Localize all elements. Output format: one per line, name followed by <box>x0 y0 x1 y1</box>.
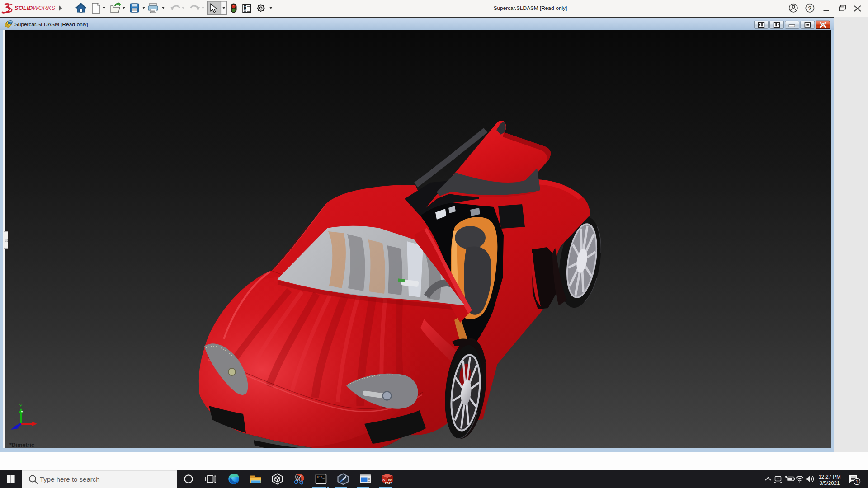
svg-text:*Dimetric: *Dimetric <box>9 442 34 448</box>
svg-text:2021: 2021 <box>385 481 393 485</box>
svg-text:Y: Y <box>19 403 23 408</box>
svg-text:Supercar.SLDASM [Read-only]: Supercar.SLDASM [Read-only] <box>14 21 88 28</box>
svg-text:C:\_: C:\_ <box>317 475 325 479</box>
svg-text:12:27 PM: 12:27 PM <box>818 474 840 479</box>
svg-text:3/5/2021: 3/5/2021 <box>820 480 840 486</box>
svg-text:?: ? <box>808 5 811 12</box>
svg-text:Supercar.SLDASM [Read-only]: Supercar.SLDASM [Read-only] <box>494 5 567 11</box>
svg-text:1: 1 <box>856 479 859 484</box>
svg-text:SOLIDWORKS: SOLIDWORKS <box>14 5 55 11</box>
